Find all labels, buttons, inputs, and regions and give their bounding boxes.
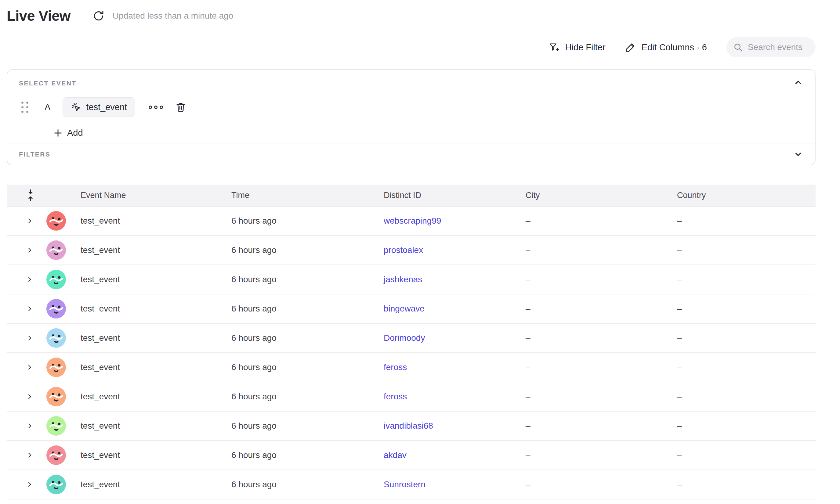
event-name-cell: test_event — [74, 450, 225, 460]
column-header-city[interactable]: City — [519, 191, 670, 200]
hide-filter-button[interactable]: Hide Filter — [548, 42, 605, 53]
time-cell: 6 hours ago — [225, 274, 377, 284]
country-cell: – — [670, 392, 816, 401]
time-cell: 6 hours ago — [225, 216, 377, 226]
table-row[interactable]: test_event 6 hours ago bingewave – – — [7, 294, 816, 324]
user-avatar — [47, 416, 66, 436]
time-cell: 6 hours ago — [225, 392, 377, 401]
more-options-icon[interactable] — [145, 103, 166, 112]
query-builder-card: SELECT EVENT A test_event — [7, 69, 816, 165]
cursor-click-icon — [71, 102, 81, 112]
table-row[interactable]: test_event 6 hours ago akdav – – — [7, 441, 816, 470]
hide-filter-label: Hide Filter — [565, 42, 605, 53]
user-avatar — [47, 358, 66, 377]
distinct-id-link[interactable]: akdav — [384, 450, 406, 460]
user-avatar — [47, 211, 66, 231]
expand-row-chevron-icon[interactable] — [26, 481, 33, 488]
column-header-event-name[interactable]: Event Name — [74, 191, 225, 200]
filters-label: FILTERS — [19, 151, 50, 158]
select-event-section: SELECT EVENT A test_event — [7, 70, 815, 143]
chevron-up-icon — [793, 78, 803, 87]
user-avatar — [47, 328, 66, 348]
table-row[interactable]: test_event 6 hours ago jashkenas – – — [7, 265, 816, 294]
event-name-cell: test_event — [74, 216, 225, 226]
partial-next-row — [7, 500, 816, 504]
country-cell: – — [670, 304, 816, 313]
refresh-icon — [93, 10, 104, 22]
search-events-box[interactable] — [727, 37, 816, 57]
collapse-rows-icon — [26, 189, 35, 201]
city-cell: – — [519, 480, 670, 489]
table-row[interactable]: test_event 6 hours ago feross – – — [7, 353, 816, 382]
time-cell: 6 hours ago — [225, 421, 377, 431]
time-cell: 6 hours ago — [225, 362, 377, 372]
table-row[interactable]: test_event 6 hours ago prostoalex – – — [7, 236, 816, 265]
distinct-id-link[interactable]: prostoalex — [384, 245, 423, 255]
expand-row-chevron-icon[interactable] — [26, 247, 33, 253]
city-cell: – — [519, 216, 670, 226]
updated-status-text: Updated less than a minute ago — [112, 11, 233, 21]
drag-handle-icon[interactable] — [21, 102, 29, 113]
distinct-id-link[interactable]: feross — [384, 362, 407, 372]
table-row[interactable]: test_event 6 hours ago Sunrostern – – — [7, 470, 816, 500]
city-cell: – — [519, 274, 670, 284]
column-header-country[interactable]: Country — [670, 191, 816, 200]
distinct-id-link[interactable]: feross — [384, 392, 407, 401]
events-table: Event Name Time Distinct ID City Country… — [7, 184, 816, 504]
search-events-input[interactable] — [748, 42, 809, 52]
event-name-cell: test_event — [74, 362, 225, 372]
time-cell: 6 hours ago — [225, 245, 377, 255]
event-name-cell: test_event — [74, 274, 225, 284]
distinct-id-link[interactable]: webscraping99 — [384, 216, 441, 226]
collapse-section-button[interactable] — [793, 78, 803, 88]
column-header-distinct-id[interactable]: Distinct ID — [377, 191, 519, 200]
expand-row-chevron-icon[interactable] — [26, 305, 33, 312]
distinct-id-link[interactable]: Dorimoody — [384, 333, 425, 343]
toolbar: Hide Filter Edit Columns · 6 — [0, 37, 816, 57]
refresh-button[interactable] — [92, 9, 105, 22]
expand-row-chevron-icon[interactable] — [26, 364, 33, 371]
event-name-cell: test_event — [74, 392, 225, 401]
edit-columns-button[interactable]: Edit Columns · 6 — [625, 42, 707, 53]
country-cell: – — [670, 216, 816, 226]
expand-row-chevron-icon[interactable] — [26, 452, 33, 458]
user-avatar — [47, 299, 66, 319]
city-cell: – — [519, 333, 670, 343]
event-row: A test_event — [19, 97, 803, 117]
event-name-cell: test_event — [74, 333, 225, 343]
expand-row-chevron-icon[interactable] — [26, 335, 33, 341]
column-header-time[interactable]: Time — [225, 191, 377, 200]
expand-row-chevron-icon[interactable] — [26, 217, 33, 224]
expand-row-chevron-icon[interactable] — [26, 276, 33, 283]
event-letter: A — [45, 102, 50, 112]
delete-event-button[interactable] — [175, 102, 186, 112]
city-cell: – — [519, 245, 670, 255]
event-selector-chip[interactable]: test_event — [63, 97, 135, 117]
distinct-id-link[interactable]: jashkenas — [384, 274, 422, 284]
collapse-rows-button[interactable] — [7, 189, 74, 201]
filters-section-header[interactable]: FILTERS — [7, 143, 815, 165]
user-avatar — [47, 475, 66, 494]
add-event-button[interactable]: Add — [53, 128, 83, 138]
table-row[interactable]: test_event 6 hours ago feross – – — [7, 382, 816, 412]
city-cell: – — [519, 304, 670, 313]
table-row[interactable]: test_event 6 hours ago webscraping99 – – — [7, 206, 816, 236]
distinct-id-link[interactable]: bingewave — [384, 304, 424, 313]
time-cell: 6 hours ago — [225, 304, 377, 313]
trash-icon — [175, 102, 186, 112]
table-row[interactable]: test_event 6 hours ago ivandiblasi68 – – — [7, 412, 816, 441]
select-event-label: SELECT EVENT — [19, 79, 803, 87]
expand-row-chevron-icon[interactable] — [26, 422, 33, 429]
search-icon — [733, 42, 743, 52]
country-cell: – — [670, 274, 816, 284]
table-row[interactable]: test_event 6 hours ago Dorimoody – – — [7, 324, 816, 353]
table-header-row: Event Name Time Distinct ID City Country — [7, 184, 816, 206]
expand-row-chevron-icon[interactable] — [26, 393, 33, 400]
user-avatar — [47, 446, 66, 465]
user-avatar — [47, 240, 66, 260]
distinct-id-link[interactable]: ivandiblasi68 — [384, 421, 433, 431]
distinct-id-link[interactable]: Sunrostern — [384, 480, 425, 489]
country-cell: – — [670, 480, 816, 489]
city-cell: – — [519, 450, 670, 460]
country-cell: – — [670, 333, 816, 343]
